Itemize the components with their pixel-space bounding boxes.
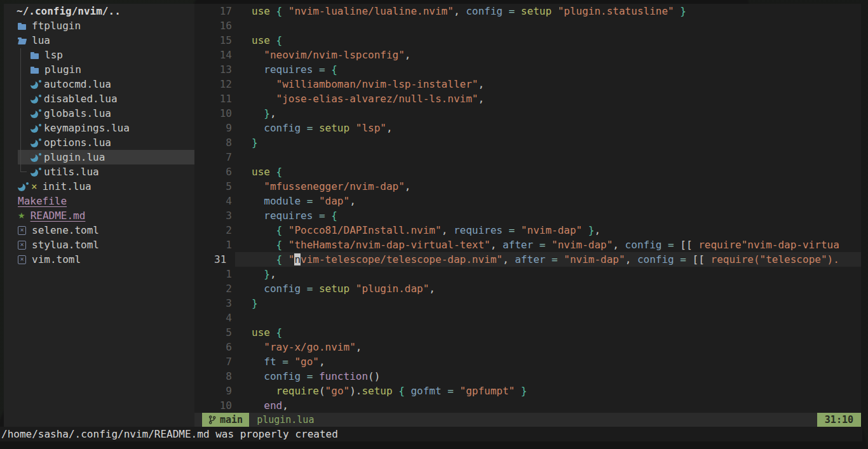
code-line-text[interactable]: } — [232, 296, 258, 311]
code-line-text[interactable] — [232, 150, 252, 164]
line-number: 13 — [194, 62, 232, 77]
tree-item-label: options.lua — [44, 135, 111, 150]
git-branch-icon — [208, 415, 216, 424]
code-line[interactable]: 3 requires = { — [194, 208, 861, 223]
tree-item-label: keymapings.lua — [44, 121, 130, 135]
code-line[interactable]: 11 "jose-elias-alvarez/null-ls.nvim", — [194, 91, 861, 106]
code-line-text[interactable]: config = setup "plugin.dap", — [232, 281, 435, 296]
code-line-text[interactable]: use { "nvim-lualine/lualine.nvim", confi… — [232, 4, 686, 18]
code-line-text[interactable]: requires = { — [232, 62, 337, 77]
line-number: 4 — [194, 194, 232, 208]
statusline-filename: plugin.lua — [257, 413, 314, 427]
line-number: 10 — [194, 398, 232, 413]
code-line-text[interactable]: require("go").setup { gofmt = "gpfumpt" … — [232, 384, 527, 398]
code-line[interactable]: 5use { — [194, 325, 861, 340]
code-line[interactable]: 4 — [194, 311, 861, 325]
code-line[interactable]: 8 config = function() — [194, 369, 861, 384]
code-line[interactable]: 10 }, — [194, 106, 861, 121]
tree-root-path[interactable]: ~/.config/nvim/.. — [4, 4, 194, 18]
code-line-text[interactable]: "williamboman/nvim-lsp-installer", — [232, 77, 484, 91]
tree-item-lsp[interactable]: lsp — [4, 48, 194, 62]
tree-item-readme-md[interactable]: ★README.md — [4, 208, 194, 223]
tree-item-options-lua[interactable]: options.lua — [4, 135, 194, 150]
tree-item-stylua-toml[interactable]: stylua.toml — [4, 238, 194, 252]
code-line[interactable]: 13 requires = { — [194, 62, 861, 77]
code-line-text[interactable] — [232, 311, 252, 325]
line-number: 5 — [194, 325, 232, 340]
tree-item-vim-toml[interactable]: vim.toml — [4, 252, 194, 267]
code-line[interactable]: 8} — [194, 135, 861, 150]
code-line-text[interactable]: ft = "go", — [232, 354, 325, 369]
code-line-text[interactable]: }, — [232, 106, 276, 121]
tree-item-lua[interactable]: lua — [4, 33, 194, 48]
lua-file-icon — [31, 79, 39, 89]
tree-indent-elbow — [20, 171, 27, 172]
git-branch-badge: main — [202, 413, 249, 427]
code-line[interactable]: 9 config = setup "lsp", — [194, 121, 861, 135]
tree-item-makefile[interactable]: Makefile — [4, 194, 194, 208]
file-tree-sidebar: ~/.config/nvim/.. ftpluginlualsppluginau… — [4, 4, 194, 427]
code-line[interactable]: 16 — [194, 18, 861, 33]
code-line-text[interactable]: config = function() — [232, 369, 380, 384]
tree-item-disabled-lua[interactable]: disabled.lua — [4, 91, 194, 106]
tree-item-init-lua[interactable]: ×init.lua — [4, 179, 194, 194]
code-line-text[interactable]: "mfussenegger/nvim-dap", — [232, 179, 410, 194]
code-line-current[interactable]: 31 { "nvim-telescope/telescope-dap.nvim"… — [194, 252, 861, 267]
code-line[interactable]: 9 require("go").setup { gofmt = "gpfumpt… — [194, 384, 861, 398]
code-line-text[interactable]: { "nvim-telescope/telescope-dap.nvim", a… — [232, 252, 839, 267]
code-line[interactable]: 7 — [194, 150, 861, 164]
code-line[interactable]: 17use { "nvim-lualine/lualine.nvim", con… — [194, 4, 861, 18]
line-number: 4 — [194, 311, 232, 325]
tree-item-label: autocmd.lua — [44, 77, 111, 91]
code-line[interactable]: 4 module = "dap", — [194, 194, 861, 208]
code-line[interactable]: 1 }, — [194, 267, 861, 281]
tree-item-plugin-lua[interactable]: plugin.lua — [4, 150, 194, 164]
code-line-text[interactable]: use { — [232, 164, 282, 179]
code-editor[interactable]: 17use { "nvim-lualine/lualine.nvim", con… — [194, 4, 861, 413]
line-number: 1 — [194, 238, 232, 252]
code-line-text[interactable]: use { — [232, 33, 282, 48]
tree-item-utils-lua[interactable]: utils.lua — [4, 164, 194, 179]
line-number: 2 — [194, 223, 232, 238]
code-line[interactable]: 6use { — [194, 164, 861, 179]
tree-item-plugin[interactable]: plugin — [4, 62, 194, 77]
code-line-text[interactable]: { "Pocco81/DAPInstall.nvim", requires = … — [232, 223, 600, 238]
code-line[interactable]: 5 "mfussenegger/nvim-dap", — [194, 179, 861, 194]
code-line[interactable]: 6 "ray-x/go.nvim", — [194, 340, 861, 354]
code-line-text[interactable]: config = setup "lsp", — [232, 121, 393, 135]
code-line-text[interactable]: module = "dap", — [232, 194, 356, 208]
tree-item-ftplugin[interactable]: ftplugin — [4, 18, 194, 33]
code-line-text[interactable]: requires = { — [232, 208, 337, 223]
line-number: 9 — [194, 384, 232, 398]
code-line-text[interactable]: { "theHamsta/nvim-dap-virtual-text", aft… — [232, 238, 839, 252]
code-line-text[interactable]: "neovim/nvim-lspconfig", — [232, 48, 410, 62]
code-line[interactable]: 10 end, — [194, 398, 861, 413]
code-line[interactable]: 2 config = setup "plugin.dap", — [194, 281, 861, 296]
tree-item-globals-lua[interactable]: globals.lua — [4, 106, 194, 121]
code-line-text[interactable] — [232, 18, 252, 33]
code-line[interactable]: 3} — [194, 296, 861, 311]
tree-item-keymapings-lua[interactable]: keymapings.lua — [4, 121, 194, 135]
lua-file-icon — [31, 138, 39, 147]
code-line-text[interactable]: end, — [232, 398, 288, 413]
code-line[interactable]: 14 "neovim/nvim-lspconfig", — [194, 48, 861, 62]
tree-item-selene-toml[interactable]: selene.toml — [4, 223, 194, 238]
code-line[interactable]: 7 ft = "go", — [194, 354, 861, 369]
line-number: 6 — [194, 164, 232, 179]
code-line[interactable]: 2 { "Pocco81/DAPInstall.nvim", requires … — [194, 223, 861, 238]
git-branch-name: main — [220, 413, 243, 427]
folder-icon — [31, 51, 39, 59]
code-line-text[interactable]: } — [232, 135, 258, 150]
lua-file-icon — [31, 109, 39, 118]
code-line-text[interactable]: use { — [232, 325, 282, 340]
code-line[interactable]: 15use { — [194, 33, 861, 48]
code-line[interactable]: 12 "williamboman/nvim-lsp-installer", — [194, 77, 861, 91]
code-line-text[interactable]: "jose-elias-alvarez/null-ls.nvim", — [232, 91, 484, 106]
code-line-text[interactable]: "ray-x/go.nvim", — [232, 340, 362, 354]
code-line-text[interactable]: }, — [232, 267, 276, 281]
line-number: 3 — [194, 208, 232, 223]
folder-open-icon — [18, 37, 26, 44]
code-line[interactable]: 1 { "theHamsta/nvim-dap-virtual-text", a… — [194, 238, 861, 252]
line-number: 1 — [194, 267, 232, 281]
tree-item-autocmd-lua[interactable]: autocmd.lua — [4, 77, 194, 91]
